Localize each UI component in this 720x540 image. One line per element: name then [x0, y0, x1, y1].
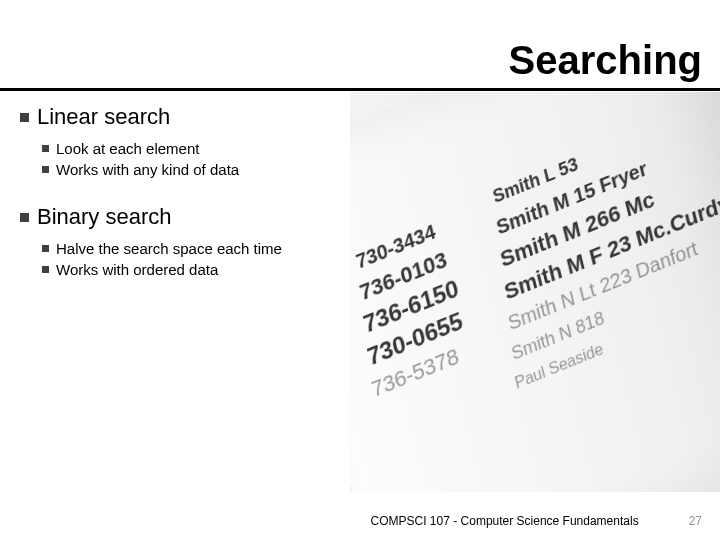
- square-bullet-icon: [42, 145, 49, 152]
- sub-item: Look at each element: [42, 140, 350, 157]
- sub-item: Works with ordered data: [42, 261, 350, 278]
- sub-item: Works with any kind of data: [42, 161, 350, 178]
- square-bullet-icon: [20, 113, 29, 122]
- sub-item-text: Works with any kind of data: [56, 161, 239, 178]
- content-area: Linear search Look at each element Works…: [20, 104, 350, 304]
- square-bullet-icon: [42, 245, 49, 252]
- section-heading-text: Linear search: [37, 104, 170, 130]
- footer-course: COMPSCI 107 - Computer Science Fundament…: [371, 514, 639, 528]
- footer-page-number: 27: [689, 514, 702, 528]
- square-bullet-icon: [42, 266, 49, 273]
- sub-item-text: Look at each element: [56, 140, 199, 157]
- sub-item-text: Works with ordered data: [56, 261, 218, 278]
- section-heading-text: Binary search: [37, 204, 172, 230]
- slide-title: Searching: [509, 38, 702, 83]
- footer: COMPSCI 107 - Computer Science Fundament…: [0, 514, 720, 528]
- section-heading: Linear search: [20, 104, 350, 130]
- section-heading: Binary search: [20, 204, 350, 230]
- sub-item: Halve the search space each time: [42, 240, 350, 257]
- square-bullet-icon: [20, 213, 29, 222]
- sub-item-text: Halve the search space each time: [56, 240, 282, 257]
- phonebook-image: 730-3434736-0103736-6150730-0655736-5378…: [350, 92, 720, 492]
- square-bullet-icon: [42, 166, 49, 173]
- title-underline: [0, 88, 720, 91]
